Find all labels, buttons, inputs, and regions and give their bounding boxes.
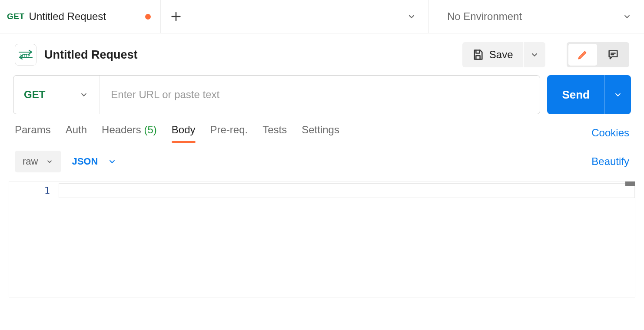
send-button[interactable]: Send [547, 75, 605, 114]
tab-prerequest[interactable]: Pre-req. [210, 124, 248, 142]
body-mode-label: raw [23, 156, 38, 167]
body-type-row: raw JSON Beautify [0, 142, 644, 178]
tabs-overflow-button[interactable] [191, 0, 429, 33]
request-name[interactable]: Untitled Request [44, 48, 138, 62]
chevron-down-icon [530, 50, 539, 59]
new-tab-button[interactable] [161, 0, 191, 33]
tab-params[interactable]: Params [15, 124, 51, 142]
send-label: Send [562, 88, 590, 102]
body-editor[interactable]: 1 [9, 181, 635, 297]
url-box: GET [13, 75, 540, 114]
save-icon [472, 49, 484, 61]
pencil-icon [577, 49, 589, 61]
url-input[interactable] [100, 76, 540, 114]
chevron-down-icon [46, 158, 53, 165]
gutter-line-number: 1 [9, 185, 50, 196]
plus-icon [170, 10, 182, 23]
tab-tests[interactable]: Tests [262, 124, 287, 142]
url-bar: GET Send [0, 75, 644, 114]
method-select[interactable]: GET [13, 76, 100, 114]
svg-rect-1 [476, 56, 480, 59]
save-button[interactable]: Save [462, 42, 524, 67]
tab-headers[interactable]: Headers (5) [102, 124, 157, 142]
send-button-group: Send [547, 75, 631, 114]
request-tab-active[interactable]: GET Untitled Request [0, 0, 161, 33]
comment-icon [607, 49, 619, 61]
request-subtabs: Params Auth Headers (5) Body Pre-req. Te… [0, 114, 644, 142]
scrollbar-thumb[interactable] [625, 182, 635, 186]
separator [556, 45, 557, 64]
tab-settings[interactable]: Settings [302, 124, 339, 142]
body-mode-select[interactable]: raw [15, 151, 61, 172]
svg-text:HTTP: HTTP [20, 53, 30, 58]
tab-title: Untitled Request [29, 10, 106, 23]
edit-mode-button[interactable] [568, 44, 597, 66]
request-header: HTTP Untitled Request Save [0, 33, 644, 75]
chevron-down-icon [79, 90, 89, 99]
send-dropdown-button[interactable] [605, 75, 631, 114]
editor-gutter: 1 [9, 182, 59, 297]
tab-bar: GET Untitled Request No Environment [0, 0, 644, 33]
tab-body[interactable]: Body [172, 124, 196, 142]
view-mode-toggle [567, 42, 629, 67]
http-protocol-icon: HTTP [15, 44, 37, 66]
tab-auth[interactable]: Auth [66, 124, 87, 142]
comment-mode-button[interactable] [599, 44, 627, 66]
body-language-label: JSON [72, 156, 98, 167]
save-label: Save [489, 49, 513, 61]
editor-current-line[interactable] [59, 183, 635, 198]
chevron-down-icon [613, 90, 623, 99]
chevron-down-icon [622, 12, 632, 21]
save-button-group: Save [462, 42, 545, 67]
method-label: GET [24, 89, 45, 101]
header-actions: Save [462, 42, 629, 67]
body-language-select[interactable]: JSON [72, 156, 117, 167]
save-dropdown-button[interactable] [524, 42, 545, 67]
beautify-link[interactable]: Beautify [591, 155, 629, 168]
environment-label: No Environment [447, 10, 522, 23]
headers-count: (5) [144, 124, 156, 135]
environment-selector[interactable]: No Environment [429, 0, 644, 33]
tab-method-badge: GET [7, 12, 25, 21]
chevron-down-icon [107, 157, 117, 166]
chevron-down-icon [407, 12, 416, 21]
unsaved-indicator-icon [145, 14, 151, 20]
cookies-link[interactable]: Cookies [591, 127, 629, 139]
